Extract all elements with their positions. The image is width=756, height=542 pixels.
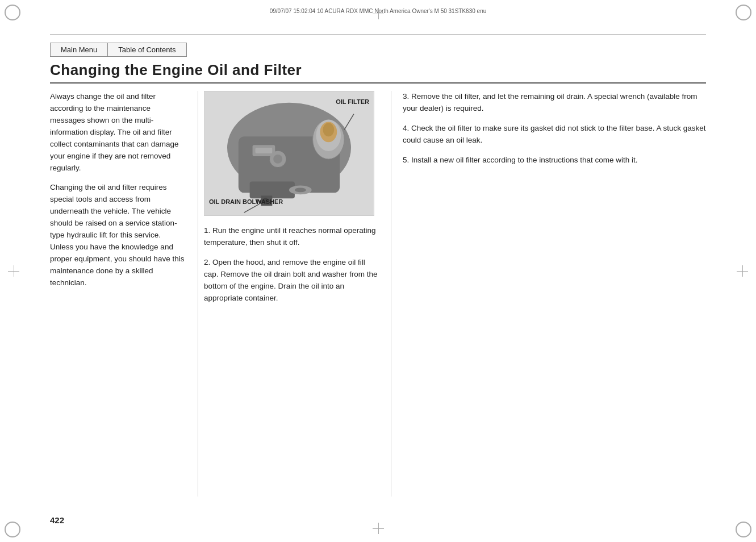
svg-point-6 [295, 187, 306, 192]
step-4-text: Check the oil filter to make sure its ga… [403, 124, 706, 144]
step-1-num: 1. [204, 226, 210, 235]
step-3-num: 3. [403, 92, 409, 101]
step-2-text: Open the hood, and remove the engine oil… [204, 258, 377, 302]
step-5: 5. Install a new oil filter according to… [403, 155, 706, 166]
step-1: 1. Run the engine until it reaches norma… [204, 225, 379, 249]
corner-mark-br [734, 520, 751, 537]
right-column: 3. Remove the oil filter, and let the re… [391, 91, 706, 497]
step-2: 2. Open the hood, and remove the engine … [204, 257, 379, 305]
header-text: 09/07/07 15:02:04 10 ACURA RDX MMC North… [34, 8, 722, 14]
step-4: 4. Check the oil filter to make sure its… [403, 123, 706, 147]
engine-svg [204, 91, 374, 215]
step-4-num: 4. [403, 124, 409, 132]
page-container: 09/07/07 15:02:04 10 ACURA RDX MMC North… [0, 0, 756, 542]
step-5-num: 5. [403, 156, 409, 164]
step-3: 3. Remove the oil filter, and let the re… [403, 91, 706, 115]
crosshair-left [8, 265, 19, 277]
hr-top [50, 34, 706, 35]
page-title-area: Changing the Engine Oil and Filter [50, 61, 706, 84]
corner-mark-tl [5, 5, 22, 22]
label-oil-filter: OIL FILTER [336, 98, 369, 105]
label-oil-drain-bolt: OIL DRAIN BOLT [209, 198, 259, 205]
svg-point-10 [323, 123, 334, 136]
page-number: 422 [50, 515, 64, 525]
svg-point-12 [273, 155, 282, 164]
svg-rect-14 [256, 148, 273, 153]
nav-buttons: Main Menu Table of Contents [50, 43, 187, 57]
corner-mark-tr [734, 5, 751, 22]
step-3-text: Remove the oil filter, and let the remai… [403, 92, 697, 112]
crosshair-right [737, 265, 748, 277]
step-1-text: Run the engine until it reaches normal o… [204, 226, 375, 247]
left-column: Always change the oil and filter accordi… [50, 91, 198, 497]
main-menu-button[interactable]: Main Menu [50, 43, 107, 57]
label-washer: WASHER [256, 198, 283, 205]
step-2-num: 2. [204, 258, 210, 266]
middle-column: OIL FILTER OIL DRAIN BOLT WASHER 1. Run … [198, 91, 391, 497]
step-5-text: Install a new oil filter according to th… [411, 156, 637, 164]
content-area: Always change the oil and filter accordi… [50, 91, 706, 497]
toc-button[interactable]: Table of Contents [107, 43, 186, 57]
engine-diagram: OIL FILTER OIL DRAIN BOLT WASHER [204, 91, 374, 216]
corner-mark-bl [5, 520, 22, 537]
left-paragraph-2: Changing the oil and filter requires spe… [50, 182, 186, 289]
left-paragraph-1: Always change the oil and filter accordi… [50, 91, 186, 174]
crosshair-bottom [373, 523, 384, 534]
page-title: Changing the Engine Oil and Filter [50, 61, 706, 79]
